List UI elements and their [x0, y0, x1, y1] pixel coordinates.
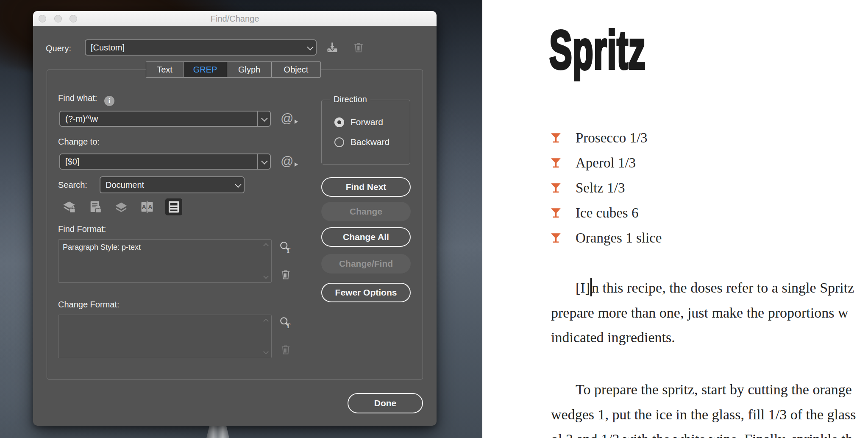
tab-bar: Text GREP Glyph Object	[146, 61, 321, 78]
cocktail-glass-icon	[550, 207, 562, 219]
ingredient-text: Oranges 1 slice	[576, 230, 662, 246]
list-item: Oranges 1 slice	[550, 226, 662, 251]
done-button[interactable]: Done	[348, 393, 423, 413]
paragraph-line: wedges 1, put the ice in the glass, fill…	[551, 402, 856, 427]
trash-icon	[352, 41, 365, 54]
delete-query-button[interactable]	[351, 40, 366, 55]
list-item: Aperol 1/3	[550, 151, 662, 176]
cocktail-glass-icon	[550, 182, 562, 194]
cocktail-glass-icon	[550, 157, 562, 169]
paragraph-line: ol 3 and 1/3 with the white wine. Finall…	[551, 427, 856, 438]
tab-object[interactable]: Object	[271, 61, 321, 78]
document-page[interactable]: Spritz Prosecco 1/3 Aperol 1/3 Seltz 1/3…	[482, 0, 868, 438]
list-item: Ice cubes 6	[550, 201, 662, 226]
chevron-down-icon	[303, 40, 316, 55]
options-groupbox	[47, 70, 423, 379]
save-query-button[interactable]	[325, 40, 340, 55]
cocktail-glass-icon	[550, 232, 562, 244]
text-after-caret: n this recipe, the doses refer to a sing…	[592, 280, 854, 296]
text-before-caret: [I]	[576, 280, 590, 296]
tab-glyph[interactable]: Glyph	[227, 61, 272, 78]
paragraph-line: indicated ingredients.	[551, 325, 854, 350]
tab-grep[interactable]: GREP	[183, 61, 227, 78]
ingredient-text: Aperol 1/3	[576, 155, 636, 171]
save-icon	[326, 41, 339, 54]
cocktail-glass-icon	[550, 132, 562, 144]
glass-stem-photo	[206, 425, 229, 438]
ingredient-text: Ice cubes 6	[576, 205, 638, 221]
paragraph-line: To prepare the spritz, start by cutting …	[551, 377, 856, 402]
ingredient-text: Prosecco 1/3	[576, 130, 648, 146]
query-value: [Custom]	[86, 43, 303, 53]
list-item: Seltz 1/3	[550, 176, 662, 201]
paragraph-line: [I]n this recipe, the doses refer to a s…	[551, 276, 854, 301]
tab-text[interactable]: Text	[146, 61, 184, 78]
find-change-dialog: Find/Change Query: [Custom]	[33, 11, 437, 426]
paragraph-1[interactable]: [I]n this recipe, the doses refer to a s…	[551, 276, 854, 350]
doc-title: Spritz	[549, 19, 646, 81]
ingredients-list: Prosecco 1/3 Aperol 1/3 Seltz 1/3 Ice cu…	[550, 126, 662, 251]
ingredient-text: Seltz 1/3	[576, 180, 625, 196]
paragraph-2[interactable]: To prepare the spritz, start by cutting …	[551, 377, 856, 438]
query-dropdown[interactable]: [Custom]	[85, 39, 317, 56]
paragraph-line: prepare more than one, just make the pro…	[551, 301, 854, 326]
query-label: Query:	[46, 44, 71, 53]
list-item: Prosecco 1/3	[550, 126, 662, 151]
